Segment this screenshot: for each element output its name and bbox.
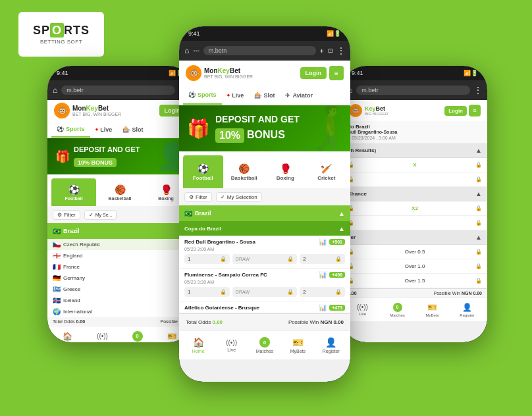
filter-btn-left[interactable]: ⚙ Filter (53, 210, 80, 220)
right-section-results[interactable]: ch Results) ▲ (342, 143, 487, 158)
app-logo-right: 🐵 KeyBet BIG BIGGER (349, 104, 388, 117)
sport-tab-basketball-left[interactable]: 🏀 Basketball (97, 178, 142, 206)
filter-row-center: ⚙ Filter ✓ My Selection (179, 188, 350, 205)
tab-slot-center[interactable]: 🎰 Slot (249, 86, 280, 105)
sport-tabs-center: ⚽ Football 🏀 Basketball 🥊 Boxing 🏏 Crick… (179, 151, 350, 188)
gift-icon-left: 🎁 (55, 150, 70, 163)
right-section-chance[interactable]: Chance ▲ (342, 187, 487, 201)
stats-icon-3: 📊 (319, 304, 327, 311)
bottom-mybets-right[interactable]: 🎫 MyBets (415, 303, 450, 317)
bottom-mybets-center[interactable]: 🎫 MyBets (281, 337, 314, 353)
url-center[interactable]: m.betn (203, 46, 316, 55)
monkey-icon-center: 🐵 (186, 65, 201, 81)
bottom-register-center[interactable]: 👤 Register (315, 337, 348, 353)
phone-center: 9:41 📶🔋 ⌂ ◦◦◦ m.betn + ⊡ ⋮ 🐵 MonKeyBet B… (179, 26, 350, 382)
right-sections: ch Results) ▲ 🔒 X 🔒 🔒 🔒 Chance ▲ (342, 143, 487, 288)
phone-left-screen: 9:41 📶🔋 ⌂ m.betr ⋮ 🐵 MonKeyBet BET BIG, … (47, 66, 192, 342)
home-icon-left[interactable]: ⌂ (53, 86, 57, 95)
app-tagline-right: BIG BIGGER (365, 112, 388, 116)
tab-aviator-center[interactable]: ✈ Aviator (280, 86, 318, 105)
lock-icon-e4: 🔒 (475, 220, 482, 226)
country-international[interactable]: 🌍International (47, 306, 192, 317)
my-selection-btn-left[interactable]: ✓ My Se... (84, 210, 117, 220)
phone-center-screen: 9:41 📶🔋 ⌂ ◦◦◦ m.betn + ⊡ ⋮ 🐵 MonKeyBet B… (179, 26, 350, 382)
bet-2-home[interactable]: 1 🔒 (184, 287, 230, 297)
lock-icon-1d: 🔒 (287, 256, 294, 262)
my-selection-btn-center[interactable]: ✓ My Selection (216, 192, 262, 202)
bet-1-home[interactable]: 1 🔒 (184, 254, 230, 264)
menu-btn-right[interactable]: ≡ (469, 105, 481, 117)
lock-icon-c2: 🔒 (475, 205, 482, 211)
bottom-home-center[interactable]: 🏠 Home (182, 337, 215, 353)
banner-left: 🎁 DEPOSIT AND GET 10% BONUS 👤 (47, 138, 192, 174)
right-row-over05: 🔒 Over 0.5 🔒 (342, 245, 487, 259)
bottom-home-left[interactable]: 🏠 Home (50, 332, 85, 343)
sport-tab-basketball-center[interactable]: 🏀 Basketball (225, 155, 265, 188)
bottom-register-right[interactable]: 👤 Register (450, 303, 485, 317)
bottom-matches-left[interactable]: 0 Matches (120, 331, 155, 343)
sport-tab-football-left[interactable]: ⚽ Football (51, 178, 96, 206)
monkey-icon-left: 🐵 (54, 103, 70, 118)
bet-1-away[interactable]: 2 🔒 (300, 254, 345, 264)
copa-section-center[interactable]: Copa do Brazil ▲ (179, 221, 350, 236)
home-icon-center[interactable]: ⌂ (184, 46, 189, 55)
right-section-over[interactable]: ver ▲ (342, 230, 487, 245)
stats-icon-2: 📊 (319, 271, 327, 278)
bottom-matches-right[interactable]: 0 Matches (380, 303, 415, 317)
country-czech[interactable]: 🇨🇿Czech Republic (47, 239, 192, 250)
tab-slot-left[interactable]: 🎰 Slot (117, 121, 148, 138)
browser-bar-center: ⌂ ◦◦◦ m.betn + ⊡ ⋮ (179, 41, 350, 61)
app-tagline-center: BET BIG, WIN BIGGER (204, 74, 253, 79)
bottom-live-center[interactable]: ((•)) Live (215, 339, 248, 352)
country-france[interactable]: 🇫🇷France (47, 261, 192, 273)
country-iceland[interactable]: 🇮🇸Iceland (47, 295, 192, 306)
tab-sports-center[interactable]: ⚽ Sports (183, 86, 222, 105)
bottom-live-left[interactable]: ((•)) Live (85, 332, 120, 342)
lock-o10-r: 🔒 (475, 263, 482, 269)
odds-badge-2: +496 (329, 272, 345, 278)
bottom-nav-left: 🏠 Home ((•)) Live 0 Matches 🎫 MyBets (47, 326, 192, 342)
bet-2-draw[interactable]: DRAW 🔒 (232, 287, 297, 297)
matches-list-center: Red Bull Bragantino - Sousa 📊 +501 05/23… (179, 236, 350, 313)
countries-list: 🇧🇷Brazil ▲ 🇨🇿Czech Republic 🏴󠁧󠁢󠁥󠁮󠁧󠁿Engla… (47, 223, 192, 317)
login-btn-center[interactable]: Login (300, 67, 327, 79)
sport-tab-boxing-center[interactable]: 🥊 Boxing (265, 155, 306, 188)
tab-live-left[interactable]: ● Live (90, 121, 118, 138)
tab-live-center[interactable]: ● Live (222, 86, 250, 105)
country-brazil[interactable]: 🇧🇷Brazil ▲ (47, 223, 192, 239)
sport-tab-football-center[interactable]: ⚽ Football (183, 155, 223, 188)
logo-title: SPORTS (33, 24, 90, 38)
tab-sports-left[interactable]: ⚽ Sports (51, 121, 90, 138)
brazil-section-center[interactable]: 🇧🇷Brazil ▲ (179, 205, 350, 221)
more-icon-right[interactable]: ⋮ (474, 86, 482, 95)
bet-2-away[interactable]: 2 🔒 (300, 287, 345, 297)
sport-tab-cricket-center[interactable]: 🏏 Cricket (307, 155, 347, 188)
filter-btn-center[interactable]: ⚙ Filter (184, 192, 212, 202)
app-tagline-left: BET BIG, WIN BIGGER (72, 112, 121, 117)
bottom-nav-center: 🏠 Home ((•)) Live 0 Matches 🎫 MyBets 👤 R… (179, 330, 350, 359)
menu-btn-center[interactable]: ≡ (329, 66, 344, 80)
app-header-right: 🐵 KeyBet BIG BIGGER Login ≡ (342, 100, 487, 121)
bottom-matches-center[interactable]: 0 Matches (248, 337, 281, 353)
odds-bar-left: Total Odds 0.00 Possible Win (47, 317, 192, 326)
monkey-icon-right: 🐵 (349, 104, 362, 117)
lock-o15-r: 🔒 (475, 278, 482, 284)
odds-badge-1: +501 (329, 239, 345, 245)
lock-icon-1h: 🔒 (220, 256, 226, 262)
status-bar-left: 9:41 📶🔋 (47, 66, 192, 80)
right-row-x: 🔒 X 🔒 (342, 158, 487, 172)
lock-icon-2d: 🔒 (287, 289, 294, 295)
country-greece[interactable]: 🇬🇷Greece (47, 284, 192, 295)
more-icon-center[interactable]: ⋮ (337, 46, 345, 55)
lock-icon-2h: 🔒 (220, 289, 226, 295)
url-left[interactable]: m.betr (61, 86, 175, 95)
url-right[interactable]: m.betr (356, 86, 470, 95)
bet-1-draw[interactable]: DRAW 🔒 (232, 254, 297, 264)
login-btn-right[interactable]: Login (444, 106, 467, 116)
country-england[interactable]: 🏴󠁧󠁢󠁥󠁮󠁧󠁿England (47, 250, 192, 261)
lock-icon-x2: 🔒 (475, 162, 482, 168)
country-germany[interactable]: 🇩🇪Germany (47, 273, 192, 284)
status-bar-center: 9:41 📶🔋 (179, 26, 350, 41)
match-1-center: Red Bull Bragantino - Sousa 📊 +501 05/23… (179, 236, 350, 269)
app-name-right: KeyBet (365, 106, 388, 112)
